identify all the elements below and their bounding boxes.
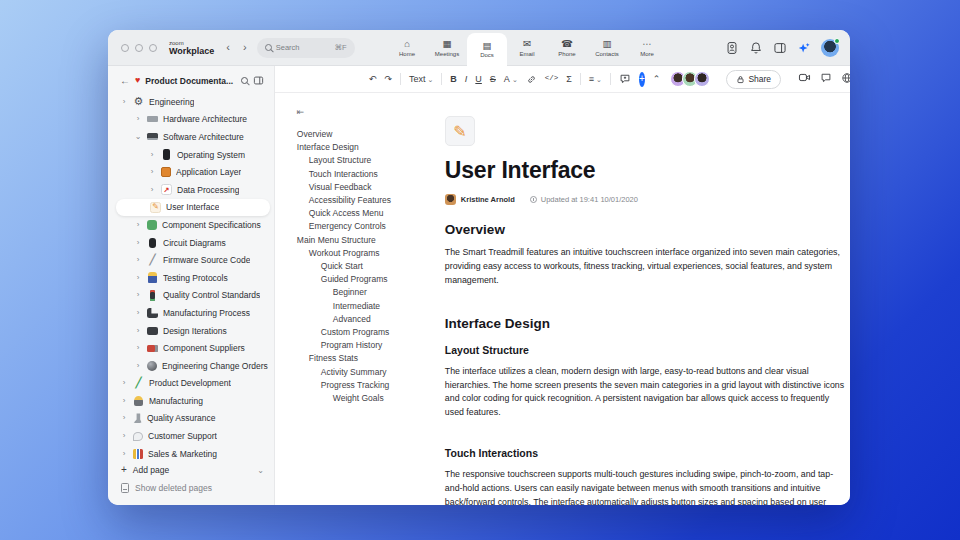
tab-docs[interactable]: ▤ Docs	[467, 33, 507, 66]
collaborator-avatar[interactable]	[694, 71, 710, 87]
chevron-icon[interactable]: ›	[134, 256, 142, 264]
tab-email[interactable]: ✉ Email	[507, 30, 547, 66]
chevron-icon[interactable]: ›	[134, 239, 142, 247]
sidebar-item-software-architecture[interactable]: ⌄ Software Architecture	[108, 128, 274, 146]
notifications-bell-icon[interactable]	[749, 41, 763, 55]
show-deleted-pages-button[interactable]: Show deleted pages	[108, 479, 274, 497]
outline-item[interactable]: Custom Programs	[297, 326, 445, 339]
outline-item[interactable]: Accessibility Features	[297, 194, 445, 207]
outline-item[interactable]: Program History	[297, 339, 445, 352]
outline-item[interactable]: Fitness Stats	[297, 352, 445, 365]
heading-interface-design[interactable]: Interface Design	[445, 316, 849, 331]
code-button[interactable]: </>	[545, 75, 559, 83]
chevron-icon[interactable]: ›	[134, 327, 142, 335]
chevron-icon[interactable]: ›	[134, 309, 142, 317]
chevron-icon[interactable]: ⌄	[134, 133, 142, 141]
workspace-title[interactable]: Product Documenta...	[145, 76, 236, 86]
sidebar-item-user-interface[interactable]: ✎ User Interface	[116, 199, 270, 217]
chevron-icon[interactable]: ›	[134, 362, 142, 370]
formula-button[interactable]: Σ	[566, 75, 572, 84]
tab-contacts[interactable]: ▥ Contacts	[587, 30, 627, 66]
text-color-button[interactable]: A⌄	[504, 75, 518, 84]
chat-bubble-icon[interactable]	[820, 70, 832, 88]
sidebar-item-customer-support[interactable]: › Customer Support	[108, 427, 274, 445]
tab-meetings[interactable]: ▦ Meetings	[427, 30, 467, 66]
sidebar-search-icon[interactable]	[241, 77, 248, 84]
chevron-down-icon[interactable]: ⌄	[257, 466, 264, 475]
minimize-window-icon[interactable]	[135, 44, 143, 52]
tab-home[interactable]: ⌂ Home	[387, 30, 427, 66]
chevron-icon[interactable]: ›	[120, 414, 128, 422]
document-title[interactable]: User Interface	[445, 157, 849, 184]
strikethrough-button[interactable]: S	[490, 75, 496, 84]
outline-item[interactable]: Beginner	[297, 286, 445, 299]
add-page-button[interactable]: + Add page ⌄	[108, 461, 274, 479]
sidebar-panel-icon[interactable]	[253, 75, 264, 86]
sidebar-item-data-processing[interactable]: › ↗ Data Processing	[108, 181, 274, 199]
tab-more[interactable]: ⋯ More	[627, 30, 667, 66]
sidebar-item-testing-protocols[interactable]: › Testing Protocols	[108, 269, 274, 287]
document-memo-icon[interactable]: ✎	[445, 116, 475, 146]
sidebar-item-quality-assurance[interactable]: › Quality Assurance	[108, 410, 274, 428]
outline-item[interactable]: Weight Goals	[297, 392, 445, 405]
nav-back-icon[interactable]: ‹	[226, 42, 230, 53]
align-dropdown[interactable]: ≡⌄	[589, 75, 602, 84]
sidebar-item-component-suppliers[interactable]: › Component Suppliers	[108, 339, 274, 357]
sidebar-item-hardware-architecture[interactable]: › Hardware Architecture	[108, 111, 274, 129]
outline-item[interactable]: Layout Structure	[297, 154, 445, 167]
collapse-toolbar-icon[interactable]: ⌃	[653, 75, 661, 84]
chevron-icon[interactable]: ›	[134, 221, 142, 229]
italic-button[interactable]: I	[465, 75, 468, 84]
outline-item[interactable]: Workout Programs	[297, 247, 445, 260]
outline-item[interactable]: Activity Summary	[297, 366, 445, 379]
sidebar-item-application-layer[interactable]: › Application Layer	[108, 163, 274, 181]
window-controls[interactable]	[108, 44, 157, 52]
chevron-icon[interactable]: ›	[120, 379, 128, 387]
nav-forward-icon[interactable]: ›	[243, 42, 247, 53]
insert-plus-button[interactable]: +	[639, 72, 645, 87]
outline-item[interactable]: Visual Feedback	[297, 181, 445, 194]
video-camera-icon[interactable]	[798, 70, 811, 88]
user-avatar[interactable]	[821, 39, 839, 57]
chevron-icon[interactable]: ›	[120, 450, 128, 458]
globe-icon[interactable]	[841, 70, 850, 88]
outline-item[interactable]: Guided Programs	[297, 273, 445, 286]
underline-button[interactable]: U	[475, 75, 482, 84]
paragraph-layout-structure[interactable]: The interface utilizes a clean, modern d…	[445, 365, 845, 421]
close-window-icon[interactable]	[121, 44, 129, 52]
chevron-icon[interactable]: ›	[134, 115, 142, 123]
maximize-window-icon[interactable]	[149, 44, 157, 52]
heading-layout-structure[interactable]: Layout Structure	[445, 344, 849, 356]
ai-companion-sparkle-icon[interactable]	[797, 41, 811, 55]
document-content[interactable]: ✎ User Interface Kristine Arnold Updated…	[445, 93, 849, 505]
chevron-icon[interactable]: ›	[120, 397, 128, 405]
undo-button[interactable]: ↶	[369, 75, 377, 84]
chevron-icon[interactable]: ›	[134, 344, 142, 352]
sidebar-item-engineering-change-orders[interactable]: › Engineering Change Orders	[108, 357, 274, 375]
sidebar-item-product-development[interactable]: › ╱ Product Development	[108, 375, 274, 393]
outline-item[interactable]: Quick Start	[297, 260, 445, 273]
tab-phone[interactable]: ☎ Phone	[547, 30, 587, 66]
sidebar-item-operating-system[interactable]: › Operating System	[108, 146, 274, 164]
sidebar-item-quality-control-standards[interactable]: › Quality Control Standards	[108, 287, 274, 305]
sidebar-back-icon[interactable]: ←	[120, 76, 130, 86]
outline-item[interactable]: Touch Interactions	[297, 168, 445, 181]
paragraph-touch-interactions[interactable]: The responsive touchscreen supports mult…	[445, 468, 845, 505]
sidebar-item-manufacturing-process[interactable]: › Manufacturing Process	[108, 304, 274, 322]
sidebar-item-circuit-diagrams[interactable]: › Circuit Diagrams	[108, 234, 274, 252]
outline-item[interactable]: Interface Design	[297, 141, 445, 154]
outline-item[interactable]: Quick Access Menu	[297, 207, 445, 220]
chevron-icon[interactable]: ›	[120, 432, 128, 440]
bold-button[interactable]: B	[450, 75, 457, 84]
sidebar-item-manufacturing[interactable]: › Manufacturing	[108, 392, 274, 410]
sidebar-item-sales-marketing[interactable]: › Sales & Marketing	[108, 445, 274, 459]
outline-item[interactable]: Emergency Controls	[297, 220, 445, 233]
chevron-icon[interactable]: ›	[148, 186, 156, 194]
share-button[interactable]: Share	[726, 70, 781, 89]
heading-touch-interactions[interactable]: Touch Interactions	[445, 447, 849, 459]
link-icon[interactable]	[526, 74, 537, 85]
search-input[interactable]: Search ⌘F	[257, 38, 355, 58]
outline-item[interactable]: Main Menu Structure	[297, 234, 445, 247]
chevron-icon[interactable]: ›	[148, 168, 156, 176]
collapse-outline-icon[interactable]: ⇤	[297, 107, 445, 117]
